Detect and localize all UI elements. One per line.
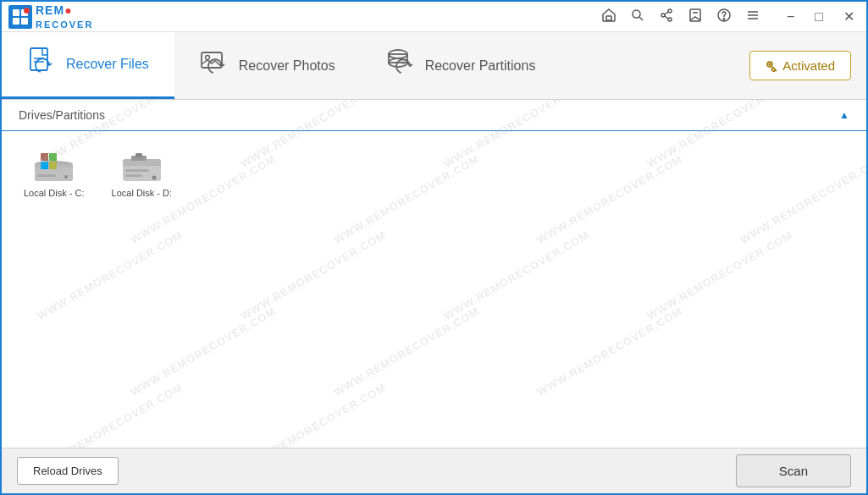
logo-icon: [8, 5, 32, 29]
svg-point-29: [769, 63, 771, 65]
svg-rect-31: [771, 68, 776, 72]
svg-rect-2: [13, 18, 19, 25]
watermark-12: WWW.REMORECOVER.COM: [644, 228, 794, 322]
svg-rect-41: [41, 162, 48, 169]
menu-icon[interactable]: [746, 8, 760, 25]
svg-line-10: [665, 12, 668, 14]
watermark-17: WWW.REMORECOVER.COM: [238, 381, 388, 451]
drive-c[interactable]: Local Disk - C:: [19, 144, 90, 203]
bottom-bar: Reload Drives Scan: [2, 448, 866, 493]
svg-rect-51: [125, 174, 142, 177]
search-icon[interactable]: [631, 8, 644, 25]
svg-rect-40: [49, 153, 57, 161]
drive-d-icon: [119, 149, 165, 184]
svg-line-6: [639, 17, 643, 20]
home-icon[interactable]: [602, 8, 616, 25]
svg-point-23: [205, 56, 209, 60]
minimize-button[interactable]: −: [782, 8, 799, 26]
svg-rect-4: [606, 16, 611, 20]
svg-point-43: [64, 175, 68, 179]
tab-recover-photos-label: Recover Photos: [239, 58, 335, 74]
svg-point-9: [668, 18, 672, 21]
tab-recover-partitions[interactable]: Recover Partitions: [361, 32, 561, 99]
activated-label: Activated: [782, 58, 835, 73]
svg-rect-44: [37, 174, 56, 177]
watermark-15: WWW.REMORECOVER.COM: [534, 305, 684, 399]
share-icon[interactable]: [660, 8, 673, 25]
logo-text: REM● RECOVER: [36, 3, 93, 30]
watermark-11: WWW.REMORECOVER.COM: [441, 228, 591, 322]
svg-point-7: [668, 9, 672, 13]
watermark-9: WWW.REMORECOVER.COM: [35, 228, 185, 322]
svg-point-27: [401, 62, 404, 64]
svg-rect-3: [21, 18, 28, 25]
logo: REM● RECOVER: [8, 3, 93, 30]
tab-recover-files[interactable]: Recover Files: [2, 32, 174, 99]
svg-rect-48: [135, 153, 142, 157]
reload-drives-button[interactable]: Reload Drives: [17, 457, 119, 485]
svg-rect-1: [21, 9, 28, 16]
main-content: WWW.REMORECOVER.COM WWW.REMORECOVER.COM …: [2, 100, 866, 451]
section-title: Drives/Partitions: [19, 108, 105, 122]
svg-rect-0: [13, 9, 19, 16]
svg-point-5: [633, 10, 640, 18]
titlebar-icons: − □ ✕: [602, 7, 860, 26]
tab-recover-partitions-label: Recover Partitions: [425, 58, 536, 74]
watermark-10: WWW.REMORECOVER.COM: [238, 228, 388, 322]
tabbar: Recover Files Recover Photos: [2, 32, 866, 100]
svg-point-50: [152, 176, 156, 180]
svg-point-15: [723, 19, 724, 19]
maximize-button[interactable]: □: [810, 8, 828, 26]
scan-button[interactable]: Scan: [736, 454, 851, 487]
drives-area: Local Disk - C: Local Disk - D:: [2, 131, 866, 216]
collapse-icon[interactable]: ▲: [839, 109, 849, 121]
tab-recover-files-label: Recover Files: [66, 57, 149, 72]
svg-rect-42: [49, 162, 57, 169]
svg-point-8: [661, 14, 665, 17]
svg-rect-49: [125, 169, 149, 172]
watermark-13: WWW.REMORECOVER.COM: [128, 305, 278, 399]
titlebar: REM● RECOVER: [2, 2, 866, 32]
close-button[interactable]: ✕: [838, 7, 860, 26]
recover-photos-icon: [200, 47, 230, 84]
help-icon[interactable]: [717, 8, 731, 25]
drive-d[interactable]: Local Disk - D:: [107, 144, 178, 203]
svg-line-11: [665, 16, 668, 19]
bookmark-icon[interactable]: [688, 8, 702, 25]
watermark-16: WWW.REMORECOVER.COM: [35, 381, 185, 451]
drive-d-label: Local Disk - D:: [112, 188, 173, 198]
drive-c-icon: [30, 149, 77, 184]
titlebar-left: REM● RECOVER: [8, 3, 93, 30]
section-header: Drives/Partitions ▲: [2, 100, 866, 131]
recover-files-icon: [27, 47, 58, 83]
svg-rect-39: [41, 153, 48, 161]
svg-point-28: [767, 62, 772, 67]
activated-button[interactable]: Activated: [749, 51, 851, 80]
tab-recover-photos[interactable]: Recover Photos: [174, 32, 361, 99]
titlebar-controls: − □ ✕: [782, 7, 860, 26]
watermark-14: WWW.REMORECOVER.COM: [331, 305, 481, 399]
drive-c-label: Local Disk - C:: [24, 188, 85, 198]
recover-partitions-icon: [386, 47, 417, 84]
